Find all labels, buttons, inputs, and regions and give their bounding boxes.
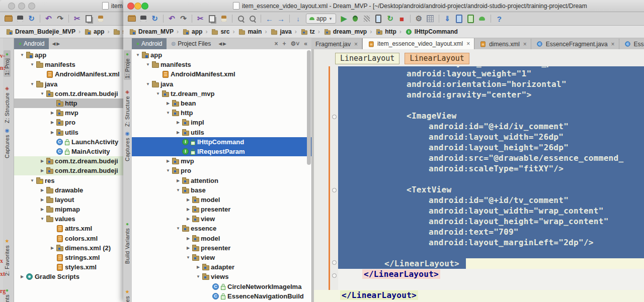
chevron-collapsed-icon[interactable]: ▶: [185, 246, 191, 250]
tool-strip-button-captures[interactable]: ◉Captures: [4, 127, 11, 160]
tab-android-view[interactable]: ● Android: [14, 38, 49, 49]
tree-item-java[interactable]: ▼java: [132, 79, 311, 89]
tree-item-http[interactable]: http: [14, 98, 126, 108]
tag-chip-green[interactable]: LinearLayout: [335, 53, 399, 64]
chevron-expanded-icon[interactable]: ▼: [145, 82, 151, 86]
tree-item-presenter[interactable]: ▶presenter: [132, 243, 311, 253]
tree-item-tz-dream-mvp[interactable]: ▼tz.dream_mvp: [132, 89, 311, 98]
tree-item-adapter[interactable]: ▶adapter: [132, 262, 311, 272]
sync-icon[interactable]: [26, 14, 37, 24]
chevron-expanded-icon[interactable]: ▼: [29, 178, 35, 183]
tree-item-layout[interactable]: ▶layout: [14, 195, 126, 205]
chevron-expanded-icon[interactable]: ▼: [39, 91, 45, 96]
tree-item-mipmap[interactable]: ▶mipmap: [14, 205, 126, 214]
redo-icon[interactable]: [178, 14, 189, 24]
chevron-collapsed-icon[interactable]: ▶: [49, 130, 55, 135]
zoom-button[interactable]: [141, 3, 148, 10]
chevron-expanded-icon[interactable]: ▼: [39, 217, 45, 221]
search-icon[interactable]: [235, 14, 246, 24]
tree-item-bean[interactable]: ▶bean: [132, 98, 311, 108]
chevron-expanded-icon[interactable]: ▼: [195, 274, 201, 279]
tree-item-http[interactable]: ▼http: [132, 108, 311, 118]
chevron-collapsed-icon[interactable]: ▶: [185, 217, 191, 221]
tree-item-essence[interactable]: ▼essence: [132, 224, 311, 233]
tree-item-utils[interactable]: ▶utils: [132, 128, 311, 137]
back-titlebar[interactable]: item: [0, 0, 126, 12]
tree-item-styles-xml[interactable]: styles.xml: [14, 262, 126, 272]
tree-item-androidmanifest-xml[interactable]: AndroidManifest.xml: [132, 69, 311, 79]
chevron-expanded-icon[interactable]: ▼: [19, 53, 25, 57]
tree-item-app[interactable]: ▼app: [14, 50, 126, 60]
tree-item-base[interactable]: ▼base: [132, 185, 311, 195]
breadcrumb-item[interactable]: app: [181, 28, 203, 36]
chevron-collapsed-icon[interactable]: ▶: [39, 188, 45, 192]
editor-tab[interactable]: dimens.xml×: [474, 39, 531, 49]
tree-item-mvp[interactable]: ▶mvp: [132, 156, 311, 166]
tree-item-mvp[interactable]: ▶mvp: [14, 108, 126, 118]
tree-item-com-tz-dream-budeji[interactable]: ▶com.tz.dream.budeji: [14, 156, 126, 166]
tree-item-gradle-scripts[interactable]: ▶Gradle Scripts: [14, 272, 126, 281]
tree-item-java[interactable]: ▼java: [14, 79, 126, 89]
chevron-collapsed-icon[interactable]: ▶: [39, 159, 45, 163]
tool-strip-button-structure[interactable]: ◈Z: Structure: [4, 84, 11, 125]
chevron-collapsed-icon[interactable]: ▶: [49, 120, 55, 125]
tree-item-androidmanifest-xml[interactable]: AndroidManifest.xml: [14, 69, 126, 79]
save-icon[interactable]: [15, 14, 25, 24]
minimize-button[interactable]: [134, 3, 141, 10]
forward-icon[interactable]: [276, 14, 286, 24]
wrench-icon[interactable]: [414, 14, 424, 24]
hide-panel-icon[interactable]: «: [304, 40, 307, 47]
chevron-collapsed-icon[interactable]: ▶: [175, 130, 181, 135]
tree-item-manifests[interactable]: ▼manifests: [132, 60, 311, 69]
chevron-expanded-icon[interactable]: ▼: [145, 62, 151, 67]
tag-chip-orange[interactable]: LinearLayout: [405, 53, 469, 64]
run-configuration-selector[interactable]: app▼: [306, 14, 336, 24]
breadcrumb-item[interactable]: Dream_Budejie_MVP: [4, 28, 76, 36]
copy-icon[interactable]: [84, 14, 94, 24]
tree-item-views[interactable]: ▼views: [132, 272, 311, 281]
editor-tab[interactable]: Fragment.jav×: [311, 39, 362, 49]
tree-item-utils[interactable]: ▶utils: [14, 128, 126, 137]
chevron-collapsed-icon[interactable]: ▶: [49, 246, 55, 250]
tree-item-launchactivity[interactable]: LaunchActivity: [14, 137, 126, 147]
tree-item-essencenavigationbuild[interactable]: EssenceNavigationBuild: [132, 291, 311, 301]
undo-icon[interactable]: [167, 14, 177, 24]
tool-strip-button-structure[interactable]: ◈Z: Structure: [124, 88, 131, 128]
tree-item-colors-xml[interactable]: colors.xml: [14, 234, 126, 243]
tree-item-model[interactable]: ▶model: [132, 234, 311, 243]
panel-nav-arrows[interactable]: ◀▶: [218, 41, 227, 46]
copy-icon[interactable]: [207, 14, 217, 24]
chevron-collapsed-icon[interactable]: ▶: [175, 120, 181, 125]
help-icon[interactable]: [494, 14, 505, 24]
close-tab-icon[interactable]: ×: [523, 41, 527, 48]
coverage-icon[interactable]: [362, 14, 372, 24]
tree-item-drawable[interactable]: ▶drawable: [14, 185, 126, 195]
chevron-collapsed-icon[interactable]: ▶: [19, 274, 25, 279]
chevron-collapsed-icon[interactable]: ▶: [49, 111, 55, 115]
tree-item-manifests[interactable]: ▼manifests: [14, 60, 126, 69]
chevron-collapsed-icon[interactable]: ▶: [39, 168, 45, 173]
chevron-expanded-icon[interactable]: ▼: [135, 53, 141, 57]
save-icon[interactable]: [138, 14, 148, 24]
tree-item-app[interactable]: ▼app: [132, 50, 311, 60]
breadcrumb-item[interactable]: main: [236, 28, 263, 36]
tree-scrollbar[interactable]: [307, 50, 311, 165]
tree-item-attrs-xml[interactable]: attrs.xml: [14, 224, 126, 233]
grid-icon[interactable]: [425, 14, 436, 24]
back-icon[interactable]: [264, 14, 275, 24]
chevron-collapsed-icon[interactable]: ▶: [185, 236, 191, 241]
chevron-collapsed-icon[interactable]: ▶: [39, 197, 45, 202]
redo-icon[interactable]: [55, 14, 65, 24]
tree-item-strings-xml[interactable]: strings.xml: [14, 253, 126, 262]
cut-icon[interactable]: [195, 14, 206, 24]
fold-marker[interactable]: [332, 115, 337, 119]
chevron-expanded-icon[interactable]: ▼: [185, 255, 191, 260]
replace-icon[interactable]: [247, 14, 258, 24]
close-button[interactable]: [127, 3, 134, 10]
close-panel-icon[interactable]: ×: [275, 40, 278, 47]
minimize-button[interactable]: [18, 3, 25, 10]
chevron-collapsed-icon[interactable]: ▶: [185, 197, 191, 202]
tool-strip-button-android[interactable]: ●Build Variants: [124, 220, 131, 265]
tool-strip-button-favorites[interactable]: ★ites: [124, 288, 131, 302]
tree-item-impl[interactable]: ▶impl: [132, 118, 311, 127]
